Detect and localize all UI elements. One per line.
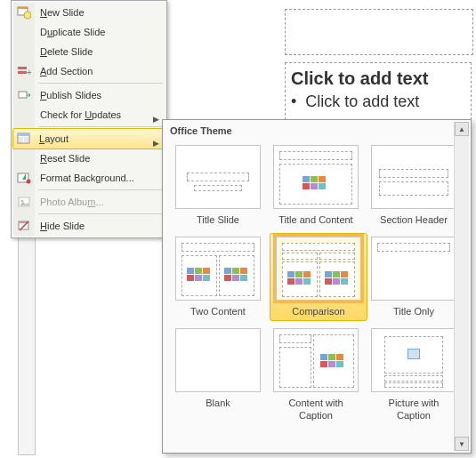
layout-option-title-slide[interactable]: Title Slide — [175, 145, 261, 226]
slide-context-menu: New SlideDuplicate SlideDelete Slide+Add… — [11, 0, 167, 238]
menu-item-duplicate-slide[interactable]: Duplicate Slide — [13, 22, 165, 42]
layout-option-picture-with-caption[interactable]: Picture with Caption — [371, 328, 456, 421]
menu-item-label: Reset Slide — [40, 153, 90, 164]
layout-thumbnail — [371, 328, 456, 392]
layout-label: Picture with Caption — [371, 398, 456, 421]
content-placeholder[interactable]: Click to add text • Click to add text — [285, 62, 472, 120]
hide-slide-icon — [16, 218, 32, 234]
svg-rect-4 — [18, 71, 27, 74]
menu-separator — [38, 213, 163, 214]
svg-rect-9 — [19, 137, 23, 142]
layout-option-two-content[interactable]: Two Content — [175, 237, 261, 317]
blank-icon — [16, 24, 32, 40]
menu-item-check-for-updates[interactable]: Check for Updates▶ — [13, 105, 165, 125]
layout-option-title-and-content[interactable]: Title and Content — [273, 145, 359, 226]
menu-item-label: Photo Album... — [40, 197, 104, 207]
layout-thumbnail — [276, 237, 361, 301]
layout-label: Comparison — [273, 306, 364, 317]
svg-text:+: + — [27, 68, 31, 77]
menu-item-hide-slide[interactable]: Hide Slide — [13, 216, 165, 236]
layout-label: Title Slide — [175, 214, 261, 226]
layout-thumbnail — [273, 145, 359, 209]
menu-separator — [38, 83, 163, 84]
layout-thumbnail — [371, 145, 456, 209]
svg-rect-6 — [19, 92, 27, 98]
format-bg-icon — [16, 170, 32, 186]
svg-rect-1 — [18, 7, 28, 9]
layout-thumbnail — [371, 237, 456, 301]
layout-gallery-flyout: Office Theme Title SlideTitle and Conten… — [162, 119, 472, 454]
layout-label: Title and Content — [273, 214, 359, 226]
layout-option-comparison[interactable]: Comparison — [270, 233, 367, 321]
layout-thumbnail — [273, 328, 359, 392]
layout-thumbnail — [175, 237, 261, 301]
layout-option-blank[interactable]: Blank — [175, 328, 261, 421]
menu-item-reset-slide[interactable]: Reset Slide — [13, 149, 165, 168]
svg-rect-3 — [18, 67, 27, 69]
add-section-icon: + — [16, 63, 32, 79]
placeholder-bullet-text: • Click to add text — [291, 92, 465, 111]
layout-thumbnail — [175, 328, 261, 392]
menu-item-publish-slides[interactable]: Publish Slides — [13, 85, 165, 105]
slide-editor-background: Click to add text • Click to add text — [276, 0, 472, 133]
title-placeholder[interactable] — [285, 9, 473, 55]
scroll-up-button[interactable]: ▲ — [455, 122, 469, 136]
submenu-arrow-icon: ▶ — [153, 109, 159, 129]
menu-item-label: Format Background... — [40, 173, 134, 183]
layout-option-section-header[interactable]: Section Header — [371, 145, 456, 226]
photo-album-icon — [16, 194, 32, 210]
layout-label: Two Content — [175, 306, 261, 317]
svg-point-12 — [27, 180, 31, 184]
menu-item-label: Check for Updates — [40, 109, 121, 120]
gallery-header: Office Theme — [163, 120, 471, 141]
publish-icon — [16, 87, 32, 103]
layout-option-content-with-caption[interactable]: Content with Caption — [273, 328, 359, 421]
menu-item-label: Layout — [39, 133, 69, 144]
menu-separator — [38, 126, 163, 127]
menu-item-new-slide[interactable]: New Slide — [13, 3, 165, 22]
layout-icon — [16, 131, 32, 147]
placeholder-prompt-text: Click to add text — [291, 68, 465, 89]
new-slide-icon — [16, 4, 32, 20]
gallery-scrollbar[interactable]: ▲ ▼ — [454, 122, 469, 451]
menu-item-label: Delete Slide — [40, 46, 93, 57]
menu-item-label: Duplicate Slide — [40, 27, 105, 37]
menu-item-label: New Slide — [40, 7, 85, 18]
menu-item-layout[interactable]: Layout▶ — [12, 128, 165, 149]
menu-item-format-background[interactable]: Format Background... — [13, 168, 165, 188]
menu-item-label: Hide Slide — [40, 221, 85, 231]
svg-rect-8 — [18, 133, 29, 136]
layout-thumbnail — [175, 145, 261, 209]
blank-icon — [16, 107, 32, 123]
svg-point-2 — [24, 12, 31, 19]
blank-icon — [16, 150, 32, 166]
layout-label: Section Header — [371, 214, 456, 226]
layout-option-title-only[interactable]: Title Only — [371, 237, 456, 317]
menu-item-add-section[interactable]: +Add Section — [13, 61, 165, 81]
layout-label: Title Only — [371, 306, 456, 317]
blank-icon — [16, 44, 32, 60]
vertical-ruler — [18, 231, 36, 455]
layout-label: Content with Caption — [273, 398, 359, 421]
menu-separator — [38, 189, 163, 190]
menu-item-label: Publish Slides — [40, 90, 101, 100]
scroll-down-button[interactable]: ▼ — [455, 437, 469, 451]
layout-label: Blank — [175, 398, 261, 409]
menu-item-delete-slide[interactable]: Delete Slide — [13, 42, 165, 61]
svg-rect-10 — [24, 137, 28, 142]
menu-item-photo-album: Photo Album... — [13, 192, 165, 212]
menu-item-label: Add Section — [40, 66, 93, 76]
